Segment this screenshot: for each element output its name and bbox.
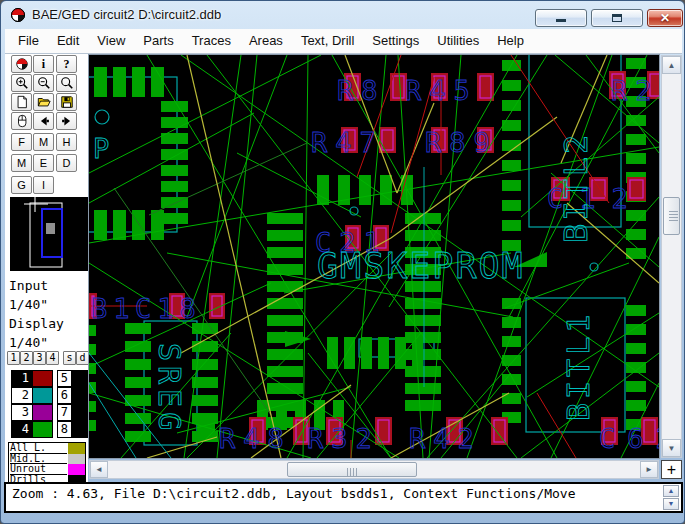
vertical-scroll-thumb[interactable] — [663, 197, 680, 235]
toolbar-zoom-window-button[interactable] — [56, 74, 77, 92]
toolbar-info-button[interactable]: i — [33, 55, 54, 73]
palette-swatch-7[interactable] — [71, 404, 88, 421]
toolbar-help-button[interactable]: ? — [56, 55, 77, 73]
display-grid-label: Display — [9, 316, 64, 331]
toolbar-zoom-in-button[interactable] — [11, 74, 32, 92]
label-bitl2: BITL2 — [557, 132, 595, 243]
scroll-down-button[interactable]: ▼ — [662, 439, 681, 457]
toolbar-open-folder-button[interactable] — [33, 93, 54, 111]
toolbar-next-button[interactable] — [56, 112, 77, 130]
layer-label: All L. — [10, 443, 67, 454]
menu-file[interactable]: File — [9, 29, 48, 54]
palette-swatch-6[interactable] — [71, 387, 88, 404]
palette-swatch-5[interactable] — [71, 370, 88, 387]
palette-color-3[interactable]: 3 — [11, 404, 33, 421]
layer-swatch — [68, 454, 85, 465]
label-p: P — [93, 133, 109, 164]
grid-quick-2-button[interactable]: 2 — [20, 351, 33, 365]
toolbar-letter-e-4-button[interactable]: E — [33, 154, 54, 172]
app-logo-icon — [10, 7, 26, 23]
label-r47: R47 — [311, 127, 384, 158]
label-r8: R8 — [337, 75, 386, 106]
palette-swatch-1[interactable] — [32, 370, 53, 387]
palette-color-2[interactable]: 2 — [11, 387, 33, 404]
horizontal-scrollbar[interactable]: ◄ ► — [89, 460, 659, 479]
open-folder-icon — [37, 95, 51, 109]
palette-swatch-4[interactable] — [32, 421, 53, 438]
board-overview-minimap[interactable] — [10, 197, 88, 271]
toolbar-letter-f-0-button[interactable]: F — [11, 133, 32, 151]
toolbar-mouse-button[interactable] — [11, 112, 32, 130]
toolbar-letter-i-7-button[interactable]: I — [33, 176, 54, 194]
grid-quick-s-button[interactable]: s — [63, 351, 76, 365]
close-icon: ✕ — [648, 10, 682, 26]
toolbar-letter-m-1-button[interactable]: M — [33, 133, 54, 151]
menu-bar: FileEditViewPartsTracesAreasText, DrillS… — [5, 29, 682, 54]
layer-row-alll[interactable]: All L. — [9, 443, 85, 454]
title-bar[interactable]: BAE/GED circuit2 D:\circuit2.ddb ✕ — [1, 1, 684, 29]
help-icon: ? — [64, 57, 70, 71]
palette-swatch-3[interactable] — [32, 404, 53, 421]
grid-quick-1-button[interactable]: 1 — [7, 351, 20, 365]
silkscreen-labels: R8R45R2R47R89C12C21B1C18R48R32R42C62GMSK… — [91, 75, 659, 454]
palette-swatch-2[interactable] — [32, 387, 53, 404]
palette-color-8[interactable]: 8 — [57, 421, 72, 438]
label-r2: R2 — [611, 75, 659, 106]
menu-text-drill[interactable]: Text, Drill — [292, 29, 363, 54]
menu-areas[interactable]: Areas — [240, 29, 292, 54]
menu-parts[interactable]: Parts — [134, 29, 182, 54]
grid-quick-4-button[interactable]: 4 — [46, 351, 59, 365]
scroll-up-button[interactable]: ▲ — [662, 56, 681, 74]
zoom-window-icon — [60, 76, 74, 90]
palette-color-6[interactable]: 6 — [57, 387, 72, 404]
menu-view[interactable]: View — [88, 29, 134, 54]
status-text: Zoom : 4.63, File D:\circuit2.ddb, Layou… — [12, 486, 576, 501]
toolbar-letter-h-2-button[interactable]: H — [56, 133, 77, 151]
app-window: BAE/GED circuit2 D:\circuit2.ddb ✕ FileE… — [0, 0, 685, 524]
menu-traces[interactable]: Traces — [183, 29, 240, 54]
thumb-grip — [347, 468, 357, 476]
palette-color-1[interactable]: 1 — [11, 370, 33, 387]
label-c62: C62 — [599, 423, 659, 454]
vertical-scrollbar[interactable]: ▲ ▼ — [661, 55, 682, 458]
scroll-left-button[interactable]: ◄ — [90, 461, 108, 478]
save-icon — [60, 95, 74, 109]
palette-color-5[interactable]: 5 — [57, 370, 72, 387]
status-bar: Zoom : 4.63, File D:\circuit2.ddb, Layou… — [4, 482, 683, 513]
layer-swatch — [68, 464, 85, 475]
maximize-button[interactable] — [591, 9, 643, 27]
palette-swatch-8[interactable] — [71, 421, 88, 438]
menu-help[interactable]: Help — [488, 29, 533, 54]
toolbar-prev-button[interactable] — [33, 112, 54, 130]
grid-quick-3-button[interactable]: 3 — [33, 351, 46, 365]
menu-utilities[interactable]: Utilities — [428, 29, 488, 54]
toolbar-letter-m-3-button[interactable]: M — [11, 154, 32, 172]
label-r45: R45 — [405, 75, 478, 106]
toolbar-save-button[interactable] — [56, 93, 77, 111]
zoom-plus-corner-button[interactable]: + — [661, 460, 682, 479]
horizontal-scroll-thumb[interactable] — [287, 462, 417, 477]
status-scroll-up-button[interactable]: ▲ — [663, 485, 679, 497]
status-scroll-down-button[interactable]: ▼ — [663, 498, 679, 510]
toolbar-zoom-out-button[interactable] — [33, 74, 54, 92]
zoom-out-icon — [37, 76, 51, 90]
new-file-icon — [15, 95, 29, 109]
toolbar-bae-logo-button[interactable] — [11, 55, 32, 73]
toolbar-letter-d-5-button[interactable]: D — [56, 154, 77, 172]
info-icon: i — [42, 57, 45, 71]
menu-settings[interactable]: Settings — [363, 29, 428, 54]
close-button[interactable]: ✕ — [647, 9, 683, 27]
minimize-button[interactable] — [535, 9, 587, 27]
bae-logo-icon — [15, 57, 29, 71]
pcb-canvas[interactable]: R8R45R2R47R89C12C21B1C18R48R32R42C62GMSK… — [89, 55, 659, 458]
palette-color-4[interactable]: 4 — [11, 421, 33, 438]
tool-panel: Input 1/40" Display 1/40" All L.Mid.L.Un… — [5, 54, 88, 482]
zoom-in-icon — [15, 76, 29, 90]
menu-edit[interactable]: Edit — [48, 29, 88, 54]
toolbar-letter-g-6-button[interactable]: G — [11, 176, 32, 194]
layer-row-unrout[interactable]: Unrout — [9, 464, 85, 475]
palette-color-7[interactable]: 7 — [57, 404, 72, 421]
window-title: BAE/GED circuit2 D:\circuit2.ddb — [32, 7, 221, 22]
toolbar-new-file-button[interactable] — [11, 93, 32, 111]
scroll-right-button[interactable]: ► — [640, 461, 658, 478]
